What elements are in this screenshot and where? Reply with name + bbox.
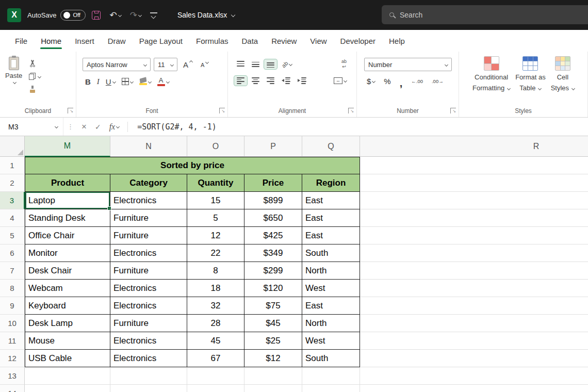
align-right-button[interactable] xyxy=(264,76,277,86)
cell-N4[interactable]: Furniture xyxy=(110,209,187,227)
cell-styles-button[interactable]: Cell Styles xyxy=(551,56,575,93)
menu-tab-home[interactable]: Home xyxy=(34,30,68,52)
align-bottom-button[interactable] xyxy=(264,59,277,69)
cell-N8[interactable]: Electronics xyxy=(110,280,187,297)
autosave-toggle[interactable]: Off xyxy=(60,10,86,21)
cell-O11[interactable]: 45 xyxy=(187,332,244,350)
column-header-O[interactable]: O xyxy=(187,136,244,157)
row-header-2[interactable]: 2 xyxy=(0,174,25,192)
cell-N11[interactable]: Electronics xyxy=(110,332,187,350)
cell-Q3[interactable]: East xyxy=(302,192,360,209)
cell-R4[interactable] xyxy=(360,209,588,227)
select-all-button[interactable] xyxy=(0,136,25,157)
insert-function-button[interactable]: fx xyxy=(105,118,124,136)
accounting-format-button[interactable]: $ xyxy=(364,76,378,87)
formula-input[interactable]: =SORT(G2#, 4, -1) xyxy=(132,122,217,132)
cell-M4[interactable]: Standing Desk xyxy=(25,209,110,227)
cell-O4[interactable]: 5 xyxy=(187,209,244,227)
fill-color-button[interactable] xyxy=(137,76,154,87)
cell-O13[interactable] xyxy=(187,367,244,385)
name-box[interactable]: M3 xyxy=(0,118,63,136)
align-left-button[interactable] xyxy=(234,76,247,86)
cell-Q11[interactable]: West xyxy=(302,332,360,350)
excel-logo-icon[interactable]: X xyxy=(7,8,21,22)
row-header-12[interactable]: 12 xyxy=(0,350,25,367)
cell-R9[interactable] xyxy=(360,297,588,315)
menu-tab-page-layout[interactable]: Page Layout xyxy=(133,30,189,52)
cut-button[interactable] xyxy=(29,59,41,68)
cell-P10[interactable]: $45 xyxy=(244,315,302,332)
cell-N9[interactable]: Electronics xyxy=(110,297,187,315)
cell-P9[interactable]: $75 xyxy=(244,297,302,315)
column-header-N[interactable]: N xyxy=(110,136,187,157)
font-dialog-launcher[interactable]: ↘ xyxy=(219,108,225,113)
undo-button[interactable]: ↶ xyxy=(107,9,123,22)
row-header-4[interactable]: 4 xyxy=(0,209,25,227)
paste-button[interactable]: Paste xyxy=(5,57,22,94)
cell-Q6[interactable]: South xyxy=(302,244,360,262)
cell-R1[interactable] xyxy=(360,157,588,174)
cell-O7[interactable]: 8 xyxy=(187,262,244,280)
cell-P12[interactable]: $12 xyxy=(244,350,302,367)
cell-P8[interactable]: $120 xyxy=(244,280,302,297)
cell-Q4[interactable]: East xyxy=(302,209,360,227)
cell-O12[interactable]: 67 xyxy=(187,350,244,367)
cell-M9[interactable]: Keyboard xyxy=(25,297,110,315)
cell-M8[interactable]: Webcam xyxy=(25,280,110,297)
cell-O10[interactable]: 28 xyxy=(187,315,244,332)
row-header-3[interactable]: 3 xyxy=(0,192,25,209)
row-header-5[interactable]: 5 xyxy=(0,227,25,244)
cell-Q12[interactable]: South xyxy=(302,350,360,367)
cancel-button[interactable]: × xyxy=(77,118,91,136)
cell-M12[interactable]: USB Cable xyxy=(25,350,110,367)
increase-indent-button[interactable] xyxy=(295,76,309,86)
cell-O2[interactable]: Quantity xyxy=(187,174,244,192)
cell-P7[interactable]: $299 xyxy=(244,262,302,280)
cell-M3[interactable]: Laptop xyxy=(25,192,110,209)
cell-P14[interactable] xyxy=(244,385,302,392)
percent-style-button[interactable]: % xyxy=(381,76,393,87)
row-header-14[interactable]: 14 xyxy=(0,385,25,392)
alignment-dialog-launcher[interactable]: ↘ xyxy=(348,108,354,113)
cell-Q2[interactable]: Region xyxy=(302,174,360,192)
cell-R5[interactable] xyxy=(360,227,588,244)
menu-tab-insert[interactable]: Insert xyxy=(68,30,101,52)
formula-bar-handle-icon[interactable]: ⋮ xyxy=(63,118,77,136)
conditional-formatting-button[interactable]: Conditional Formatting xyxy=(472,56,510,93)
cell-R6[interactable] xyxy=(360,244,588,262)
cell-R12[interactable] xyxy=(360,350,588,367)
cell-N7[interactable]: Furniture xyxy=(110,262,187,280)
cell-R3[interactable] xyxy=(360,192,588,209)
cell-O5[interactable]: 12 xyxy=(187,227,244,244)
column-header-M[interactable]: M xyxy=(25,136,110,157)
menu-tab-file[interactable]: File xyxy=(8,30,34,52)
comma-style-button[interactable]: , xyxy=(397,75,405,87)
cell-P11[interactable]: $25 xyxy=(244,332,302,350)
cell-R2[interactable] xyxy=(360,174,588,192)
menu-tab-developer[interactable]: Developer xyxy=(334,30,382,52)
increase-font-size-button[interactable]: A xyxy=(181,59,195,70)
increase-decimal-button[interactable]: ←.00 xyxy=(409,77,426,86)
row-header-13[interactable]: 13 xyxy=(0,367,25,385)
cell-R10[interactable] xyxy=(360,315,588,332)
wrap-text-button[interactable]: ab↩ xyxy=(339,58,349,71)
cell-P2[interactable]: Price xyxy=(244,174,302,192)
cell-N14[interactable] xyxy=(110,385,187,392)
cell-M2[interactable]: Product xyxy=(25,174,110,192)
font-name-combo[interactable]: Aptos Narrow xyxy=(83,58,151,71)
cell-O3[interactable]: 15 xyxy=(187,192,244,209)
bold-button[interactable]: B xyxy=(83,76,93,88)
cell-P4[interactable]: $650 xyxy=(244,209,302,227)
row-header-8[interactable]: 8 xyxy=(0,280,25,297)
row-header-10[interactable]: 10 xyxy=(0,315,25,332)
cell-M5[interactable]: Office Chair xyxy=(25,227,110,244)
decrease-decimal-button[interactable]: .00→ xyxy=(429,77,446,86)
menu-tab-draw[interactable]: Draw xyxy=(101,30,133,52)
cell-M14[interactable] xyxy=(25,385,110,392)
merge-center-button[interactable]: ↔ xyxy=(331,76,349,86)
cell-N2[interactable]: Category xyxy=(110,174,187,192)
align-center-button[interactable] xyxy=(249,76,262,86)
cell-R7[interactable] xyxy=(360,262,588,280)
cell-Q10[interactable]: North xyxy=(302,315,360,332)
cell-M11[interactable]: Mouse xyxy=(25,332,110,350)
